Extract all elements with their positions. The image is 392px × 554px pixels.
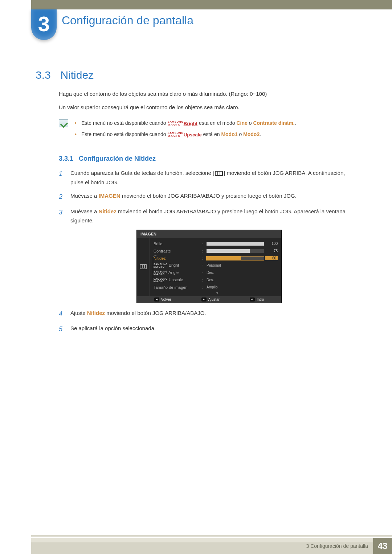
step3-a: Muévase a [70,208,99,214]
adjust-key-icon: ✦ [201,297,207,301]
note-item-1: Este menú no está disponible cuando SAMS… [75,119,296,127]
osd-slider-brillo[interactable] [207,242,264,246]
osd-label-magic-angle: SAMSUNGMAGIC Angle [154,270,201,275]
osd-slider-contraste[interactable] [207,249,264,253]
step2-a: Muévase a [70,193,99,199]
note2-end: . [260,131,261,137]
osd-panel: IMAGEN Brillo : 100 Contraste : [136,230,282,303]
section-number: 3.3 [36,69,59,81]
osd-row-contraste[interactable]: Contraste : 75 [154,247,278,255]
page-number: 43 [373,538,392,554]
chapter-number-badge: 3 [31,9,57,40]
osd-scroll-down-icon[interactable]: ▾ [154,291,278,295]
chapter-title: Configuración de pantalla [62,14,193,27]
osd-row-brillo[interactable]: Brillo : 100 [154,240,278,247]
osd-row-magic-upscale[interactable]: SAMSUNGMAGIC Upscale : Des. [154,276,278,284]
osd-row-tamano[interactable]: Tamaño de imagen : Amplio [154,284,278,291]
osd-sidebar [137,238,150,296]
osd-row-nitidez[interactable]: Nitidez : 60 [154,255,278,262]
step4-a: Ajuste [70,310,87,316]
osd-value-tamano: Amplio [207,285,264,289]
imagen-icon [140,264,147,269]
subsection-number: 3.3.1 [59,155,73,162]
step4-b: moviendo el botón JOG ARRIBA/ABAJO. [105,310,206,316]
osd-label-magic-bright: SAMSUNGMAGIC Bright [154,263,201,268]
osd-row-magic-bright[interactable]: SAMSUNGMAGIC Bright : Personal [154,262,278,269]
note2-modo2: Modo2 [243,131,260,137]
step-4-text: Ajuste Nitidez moviendo el botón JOG ARR… [70,308,206,320]
note1-or: o [249,120,253,126]
step-5: 5 Se aplicará la opción seleccionada. [59,324,359,335]
osd-value-magic-angle: Des. [207,271,264,275]
step-number: 2 [59,191,65,202]
step-1-text: Cuando aparezca la Guía de teclas de fun… [70,168,359,187]
osd-label-contraste: Contraste [154,249,201,253]
subsection-heading: 3.3.1 Configuración de Nitidez [59,155,359,163]
osd-footer: ◄Volver ✦Ajustar ↵Intro [137,296,281,303]
osd-value-magic-bright: Personal [207,263,264,267]
step4-hl: Nitidez [87,310,105,316]
section-title: Nitidez [60,69,94,81]
subsection-title: Configuración de Nitidez [79,155,156,162]
step-2: 2 Muévase a IMAGEN moviendo el botón JOG… [59,191,359,202]
step-number: 4 [59,308,65,320]
osd-bracket-icon [153,255,156,282]
osd-value-brillo: 100 [265,242,278,246]
note2-mid: está en [203,131,221,137]
note-list: Este menú no está disponible cuando SAMS… [75,119,296,142]
osd-label-nitidez: Nitidez [154,256,201,260]
page-footer: 3 Configuración de pantalla 43 [0,538,392,554]
note1-mode-contraste: Contraste dinám. [253,120,294,126]
note1-mode-cine: Cine [236,120,247,126]
footer-strip-light [31,538,373,542]
osd-title: IMAGEN [137,230,281,238]
page-content: 3.3 Nitidez Haga que el contorno de los … [36,69,359,339]
note-icon [59,119,68,127]
note2-or: o [239,131,243,137]
step2-hl: IMAGEN [99,193,121,199]
step-number: 5 [59,324,65,335]
back-key-icon: ◄ [154,297,159,301]
osd-footer-adjust[interactable]: ✦Ajustar [201,297,220,301]
step-4: 4 Ajuste Nitidez moviendo el botón JOG A… [59,308,359,320]
step-2-text: Muévase a IMAGEN moviendo el botón JOG A… [70,191,297,202]
footer-strip: 3 Configuración de pantalla [31,538,373,554]
osd-value-nitidez: 60 [265,256,278,260]
magic-bright-label: Bright [184,121,197,126]
section-intro-2: Un valor superior conseguirá que el cont… [59,103,359,112]
osd-footer-enter-label: Intro [257,297,264,301]
step-3-text: Muévase a Nitidez moviendo el botón JOG … [70,207,359,225]
step-3: 3 Muévase a Nitidez moviendo el botón JO… [59,207,359,225]
step1-a: Cuando aparezca la Guía de teclas de fun… [70,170,214,176]
osd-slider-nitidez[interactable] [207,257,264,260]
osd-rows: Brillo : 100 Contraste : 75 Nitidez [150,238,281,296]
note-block: Este menú no está disponible cuando SAMS… [59,119,359,142]
step3-hl: Nitidez [99,208,117,214]
samsung-magic-tag: SAMSUNGMAGIC [167,132,183,138]
section-intro-1: Haga que el contorno de los objetos sea … [59,90,359,98]
magic-upscale-label: Upscale [184,132,202,138]
osd-footer-back-label: Volver [161,297,171,301]
osd-value-contraste: 75 [265,249,278,253]
osd-footer-adjust-label: Ajustar [208,297,220,301]
footer-thin-bar [31,535,392,537]
osd-row-magic-angle[interactable]: SAMSUNGMAGIC Angle : Des. [154,269,278,276]
note2-modo1: Modo1 [221,131,237,137]
menu-icon [215,171,223,176]
note1-end: . [295,120,296,126]
footer-text: 3 Configuración de pantalla [306,543,368,549]
osd-footer-back[interactable]: ◄Volver [154,297,171,301]
step-number: 3 [59,207,65,225]
note1-mid: está en el modo [199,120,237,126]
osd-footer-enter[interactable]: ↵Intro [250,297,264,301]
section-heading: 3.3 Nitidez [36,69,359,81]
osd-label-magic-upscale: SAMSUNGMAGIC Upscale [154,278,201,283]
osd-label-tamano: Tamaño de imagen [154,285,201,290]
step-5-text: Se aplicará la opción seleccionada. [70,324,156,335]
step2-b: moviendo el botón JOG ARRIBA/ABAJO y pre… [121,193,297,199]
osd-body: Brillo : 100 Contraste : 75 Nitidez [137,238,281,296]
osd-label-brillo: Brillo [154,242,201,246]
note1-pre: Este menú no está disponible cuando [81,120,167,126]
samsung-magic-tag: SAMSUNGMAGIC [167,120,183,126]
step-number: 1 [59,168,65,187]
